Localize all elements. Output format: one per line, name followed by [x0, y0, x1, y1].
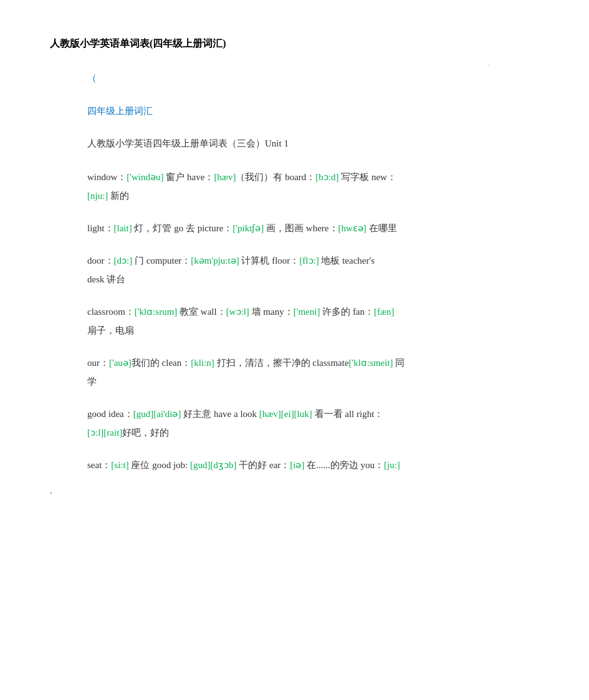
- word-wall: wall: [201, 307, 217, 317]
- vocab-line-6: good idea：[gud][ai'diə] 好主意 have a look …: [87, 405, 539, 442]
- word-new: new: [371, 172, 387, 182]
- bracket-char: （: [87, 73, 97, 83]
- word-seat: seat: [87, 460, 102, 470]
- vocab-line-1: window：['windəu] 窗户 have：[hæv]（我们）有 boar…: [87, 168, 539, 205]
- word-have: have: [187, 172, 204, 182]
- unit-header-line: 人教版小学英语四年级上册单词表（三会）Unit 1: [87, 135, 539, 153]
- phrase-all-right: all right：: [345, 409, 383, 419]
- word-fan: fan: [353, 307, 365, 317]
- word-window: window: [87, 172, 117, 182]
- top-dot: ·: [488, 62, 489, 68]
- bracket-line: （: [87, 69, 539, 87]
- word-teachers-desk: teacher's: [342, 256, 375, 266]
- section-label: 四年级上册词汇: [87, 106, 153, 116]
- vocab-line-7: seat：[si:t] 座位 good job: [gud][dʒɔb] 干的好…: [87, 456, 539, 474]
- word-many: many: [263, 307, 284, 317]
- word-floor: floor: [272, 256, 290, 266]
- word-clean: clean: [162, 358, 182, 368]
- word-door: door: [87, 256, 105, 266]
- section-label-line: 四年级上册词汇: [87, 102, 539, 120]
- word-light: light: [87, 223, 105, 233]
- page-title: 人教版小学英语单词表(四年级上册词汇): [50, 37, 539, 50]
- vocab-line-2: light：[lait] 灯，灯管 go 去 picture：['piktʃə]…: [87, 219, 539, 237]
- word-you: you：: [360, 460, 384, 470]
- word-our: our: [87, 358, 100, 368]
- word-classroom: classroom: [87, 307, 125, 317]
- word-picture: picture: [198, 223, 224, 233]
- bottom-dot: ·: [50, 488, 539, 499]
- phrase-good-idea: good idea: [87, 409, 124, 419]
- phrase-good-job: good job:: [152, 460, 188, 470]
- word-ear: ear：: [269, 460, 290, 470]
- vocab-line-3: door：[dɔ:] 门 computer：[kəm'pju:tə] 计算机 f…: [87, 251, 539, 289]
- word-board: board: [285, 172, 306, 182]
- vocab-line-5: our：['auə]我们的 clean：[kli:n] 打扫，清洁，擦干净的 c…: [87, 353, 539, 391]
- word-classmate: classmate: [312, 358, 348, 368]
- phrase-have-a-look: have a look: [214, 409, 257, 419]
- word-go: go: [174, 223, 183, 233]
- unit-header: 人教版小学英语四年级上册单词表（三会）Unit 1: [87, 138, 289, 148]
- word-where: where: [306, 223, 329, 233]
- word-computer: computer: [146, 256, 182, 266]
- vocab-line-4: classroom：['klɑ:srum] 教室 wall：[wɔ:l] 墙 m…: [87, 302, 539, 340]
